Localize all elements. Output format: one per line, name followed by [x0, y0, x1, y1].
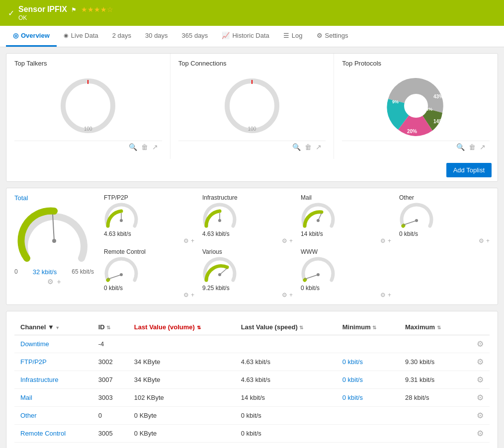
- last-speed-sort-icon[interactable]: ⇅: [299, 325, 303, 330]
- stars: ★★★★☆: [81, 5, 113, 13]
- downtime-link[interactable]: Downtime: [20, 340, 49, 348]
- row-maximum: [399, 425, 464, 443]
- row-maximum: 9.30 kbit/s: [399, 353, 464, 371]
- row-last-vol: 34 KByte: [128, 353, 235, 371]
- settings-icon: ⚙: [317, 32, 323, 39]
- max-sort-icon[interactable]: ⇅: [437, 325, 441, 330]
- tab-live-data[interactable]: ◉ Live Data: [57, 26, 105, 47]
- row-minimum: [336, 425, 399, 443]
- table-row: FTP/P2P 3002 34 KByte 4.63 kbit/s 0 kbit…: [14, 353, 490, 371]
- col-minimum: Minimum ⇅: [336, 319, 399, 335]
- traffic-panel: Total 0 32 kbit/s 65 kbit/s: [6, 188, 498, 304]
- mini-gauge-remote: Remote Control 0 kbit/s ⚙ +: [104, 248, 194, 299]
- svg-point-4: [404, 94, 428, 118]
- main-content: Top Talkers 100 🔍 🗑 ↗: [0, 47, 504, 448]
- tab-historic[interactable]: 📈 Historic Data: [215, 26, 276, 47]
- sensor-name: IPFIX: [47, 5, 67, 13]
- svg-point-15: [218, 219, 221, 222]
- row-action[interactable]: ⚙: [464, 407, 490, 425]
- ftp-settings-icon[interactable]: ⚙: [183, 237, 189, 244]
- ftp-add-icon[interactable]: +: [191, 237, 194, 244]
- channel-sort-icon[interactable]: ▼: [48, 323, 60, 331]
- tab-365days[interactable]: 365 days: [175, 26, 215, 47]
- top-connections-chart: 100: [178, 71, 326, 141]
- mail-add-icon[interactable]: +: [388, 237, 391, 244]
- other-add-icon[interactable]: +: [486, 237, 490, 244]
- row-last-vol: [128, 335, 235, 353]
- infra-settings-icon[interactable]: ⚙: [282, 237, 287, 244]
- www-add-icon[interactable]: +: [388, 292, 391, 299]
- data-table-card: Channel ▼ ID Last Value (volume) ⇅ Last …: [6, 311, 498, 448]
- ftp-value: 4.63 kbit/s: [104, 230, 131, 237]
- row-action[interactable]: ⚙: [464, 389, 490, 407]
- tab-settings[interactable]: ⚙ Settings: [310, 26, 355, 47]
- infra-link[interactable]: Infrastructure: [20, 376, 59, 383]
- log-icon: ☰: [283, 32, 289, 39]
- ftp-link[interactable]: FTP/P2P: [20, 358, 47, 366]
- mini-gauge-infrastructure: Infrastructure 4.63 kbit/s ⚙ +: [202, 194, 293, 244]
- row-last-speed: 0 kbit/s: [235, 407, 336, 425]
- row-last-vol: 0 KByte: [128, 407, 235, 425]
- various-add-icon[interactable]: +: [289, 292, 293, 299]
- other-link[interactable]: Other: [20, 412, 37, 419]
- row-action[interactable]: ⚙: [464, 371, 490, 389]
- row-minimum: 0 kbit/s: [336, 353, 399, 371]
- table-header: Channel ▼ ID Last Value (volume) ⇅ Last …: [14, 319, 490, 335]
- tab-overview[interactable]: ◎ Overview: [6, 26, 57, 47]
- remote-link[interactable]: Remote Control: [20, 430, 66, 437]
- remote-settings-icon[interactable]: ⚙: [183, 292, 189, 299]
- mail-controls: ⚙ +: [380, 237, 391, 244]
- table-row: Downtime -4 ⚙: [14, 335, 490, 353]
- mail-link[interactable]: Mail: [20, 394, 32, 401]
- tab-log[interactable]: ☰ Log: [276, 26, 310, 47]
- svg-text:9%: 9%: [392, 99, 399, 104]
- search-icon-3[interactable]: 🔍: [456, 143, 465, 151]
- row-id: 0: [92, 407, 128, 425]
- other-settings-icon[interactable]: ⚙: [479, 237, 484, 244]
- trash-icon-3[interactable]: 🗑: [469, 143, 476, 151]
- top-protocols-panel: Top Protocols: [334, 54, 498, 159]
- row-action[interactable]: ⚙: [464, 335, 490, 353]
- header: ✓ Sensor IPFIX ⚑ ★★★★☆ OK: [0, 0, 504, 26]
- svg-point-23: [218, 273, 221, 276]
- svg-line-20: [108, 275, 121, 279]
- top-talkers-gauge: 100: [58, 76, 118, 136]
- trash-icon[interactable]: 🗑: [141, 143, 148, 151]
- search-icon[interactable]: 🔍: [129, 143, 137, 151]
- tab-30days[interactable]: 30 days: [138, 26, 175, 47]
- external-icon[interactable]: ↗: [152, 143, 158, 151]
- tab-2days[interactable]: 2 days: [105, 26, 138, 47]
- table-row: Remote Control 3005 0 KByte 0 kbit/s ⚙: [14, 425, 490, 443]
- search-icon-2[interactable]: 🔍: [292, 143, 301, 151]
- external-icon-2[interactable]: ↗: [316, 143, 322, 151]
- row-action[interactable]: ⚙: [464, 353, 490, 371]
- id-sort-icon[interactable]: [106, 323, 110, 331]
- various-settings-icon[interactable]: ⚙: [282, 292, 287, 299]
- row-action[interactable]: ⚙: [464, 425, 490, 443]
- infra-add-icon[interactable]: +: [289, 237, 293, 244]
- row-id: 3007: [92, 371, 128, 389]
- mini-gauge-other: Other 0 kbit/s ⚙ +: [399, 194, 490, 244]
- min-sort-icon[interactable]: ⇅: [372, 325, 376, 330]
- remote-add-icon[interactable]: +: [191, 292, 194, 299]
- gauge-settings-icon[interactable]: ⚙: [47, 278, 54, 286]
- trash-icon-2[interactable]: 🗑: [305, 143, 312, 151]
- other-controls: ⚙ +: [479, 237, 490, 244]
- row-last-vol: 102 KByte: [128, 389, 235, 407]
- last-vol-sort-icon[interactable]: ⇅: [197, 325, 201, 330]
- svg-line-24: [305, 275, 318, 279]
- www-settings-icon[interactable]: ⚙: [380, 292, 386, 299]
- col-id: ID: [92, 319, 128, 335]
- top-talkers-actions: 🔍 🗑 ↗: [14, 141, 162, 153]
- row-minimum: [336, 335, 399, 353]
- external-icon-3[interactable]: ↗: [480, 143, 486, 151]
- status-badge: OK: [18, 14, 27, 21]
- svg-point-25: [317, 273, 320, 276]
- gauge-add-icon[interactable]: +: [57, 278, 61, 286]
- top-talkers-chart: 100: [14, 71, 162, 141]
- svg-point-19: [415, 219, 418, 222]
- mail-settings-icon[interactable]: ⚙: [380, 237, 386, 244]
- add-toplist-button[interactable]: Add Toplist: [446, 163, 492, 177]
- infra-label: Infrastructure: [202, 194, 238, 201]
- row-maximum: 28 kbit/s: [399, 389, 464, 407]
